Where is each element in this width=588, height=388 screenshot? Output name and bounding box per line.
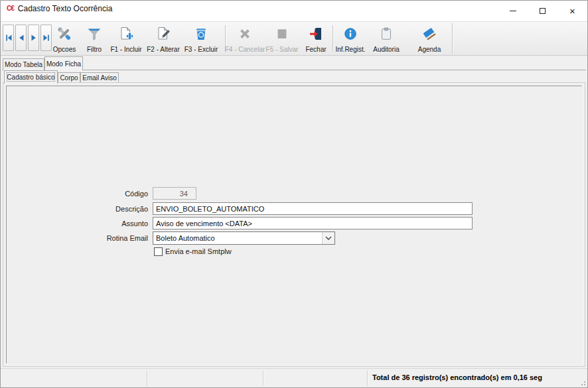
tools-icon [56,25,72,42]
inf-regist-button[interactable]: Inf.Regist. [334,24,367,54]
resize-grip[interactable] [579,379,586,386]
toolbar-band-edge [452,23,453,54]
nav-first-icon [5,34,13,42]
app-window: C€ Cadastro Texto Ocorrência × Opcoes [0,0,588,388]
tab-corpo-label: Corpo [60,74,78,82]
tab-modo-tabela[interactable]: Modo Tabela [3,58,44,70]
cancel-x-icon [238,25,252,42]
excluir-label: F3 - Excluir [184,46,218,54]
clipboard-icon [379,25,394,42]
auditoria-label: Auditoria [373,46,399,54]
salvar-label: F5 - Salvar [266,46,299,54]
focus-rectangle [7,72,55,82]
opcoes-label: Opcoes [53,46,76,54]
auditoria-button[interactable]: Auditoria [370,24,403,54]
alterar-label: F2 - Alterar [147,46,179,54]
statusbar-divider [147,370,147,386]
rotina-email-select[interactable]: Boleto Automatico [153,231,335,245]
filter-icon [86,25,102,42]
codigo-label: Código [40,190,148,198]
toolbar-separator [332,25,333,52]
rotina-email-value: Boleto Automatico [153,234,322,242]
codigo-field[interactable] [153,187,196,200]
salvar-button[interactable]: F5 - Salvar [265,24,299,54]
exit-door-icon [308,25,324,42]
save-icon [275,25,289,42]
close-button[interactable]: × [557,1,587,21]
window-title: Cadastro Texto Ocorrência [18,4,113,13]
window-controls: × [498,1,587,21]
chevron-down-icon [325,236,332,240]
record-count-text: Total de 36 registro(s) encontrado(s) em… [372,373,542,381]
descricao-field[interactable] [153,202,473,215]
cancelar-button[interactable]: F4 - Cancelar [226,24,264,54]
statusbar-divider [263,370,263,386]
tab-cadastro-basico[interactable]: Cadastro básico [4,70,58,84]
agenda-book-icon [421,25,437,42]
tab-modo-ficha-label: Modo Ficha [46,60,81,68]
main-tabstrip: Modo Tabela Modo Ficha [1,56,587,70]
rotina-email-label: Rotina Email [40,234,148,242]
descricao-label: Descrição [40,205,148,213]
minimize-button[interactable] [498,1,528,21]
assunto-field[interactable] [153,217,473,229]
sub-tabstrip: Cadastro básico Corpo Email Aviso [1,70,587,83]
titlebar: C€ Cadastro Texto Ocorrência × [1,1,587,21]
statusbar: Total de 36 registro(s) encontrado(s) em… [1,368,587,387]
agenda-label: Agenda [418,46,441,54]
excluir-button[interactable]: F3 - Excluir [179,24,223,54]
nav-prev-icon [17,34,25,42]
tab-corpo[interactable]: Corpo [58,72,80,82]
app-icon: C€ [7,5,14,13]
tab-modo-ficha[interactable]: Modo Ficha [44,56,83,70]
close-icon: × [569,6,575,16]
maximize-button[interactable] [528,1,557,21]
combo-dropdown-button[interactable] [322,232,334,244]
assunto-label: Assunto [40,220,148,227]
tab-modo-tabela-label: Modo Tabela [5,61,42,68]
toolbar: Opcoes Filtro F1 - Incluir F2 - Alterar [1,21,587,56]
fechar-label: Fechar [305,46,326,54]
opcoes-button[interactable]: Opcoes [46,24,83,54]
info-icon [343,25,358,42]
fechar-button[interactable]: Fechar [301,24,331,54]
document-edit-icon [155,25,171,42]
minimize-icon [510,11,516,11]
document-add-icon [118,25,134,42]
smtplw-checkbox[interactable] [154,247,163,256]
nav-next-button[interactable] [28,25,39,51]
tab-email-aviso-label: Email Aviso [82,74,117,82]
maximize-icon [540,8,546,14]
smtplw-checkbox-label: Envia e-mail Smtplw [165,247,232,255]
nav-prev-button[interactable] [15,25,27,51]
statusbar-divider [367,370,368,386]
filtro-label: Filtro [87,46,102,54]
nav-first-button[interactable] [3,25,14,51]
nav-next-icon [30,34,38,42]
tab-email-aviso[interactable]: Email Aviso [80,72,119,82]
cancelar-label: F4 - Cancelar [225,46,265,54]
recycle-bin-icon [193,25,209,42]
agenda-button[interactable]: Agenda [412,24,447,54]
inf-regist-label: Inf.Regist. [335,46,365,54]
